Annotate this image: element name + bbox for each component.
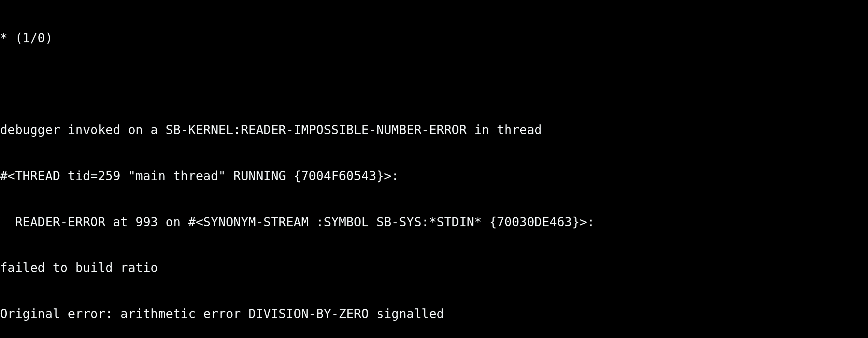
terminal-line: READER-ERROR at 993 on #<SYNONYM-STREAM … <box>0 215 868 230</box>
terminal-line: failed to build ratio <box>0 260 868 276</box>
terminal-line: debugger invoked on a SB-KERNEL:READER-I… <box>0 123 868 138</box>
terminal-line <box>0 77 868 92</box>
terminal-line: Original error: arithmetic error DIVISIO… <box>0 307 868 322</box>
terminal-line: #<THREAD tid=259 "main thread" RUNNING {… <box>0 169 868 184</box>
terminal-line: * (1/0) <box>0 31 868 46</box>
terminal-output[interactable]: * (1/0) debugger invoked on a SB-KERNEL:… <box>0 0 868 338</box>
